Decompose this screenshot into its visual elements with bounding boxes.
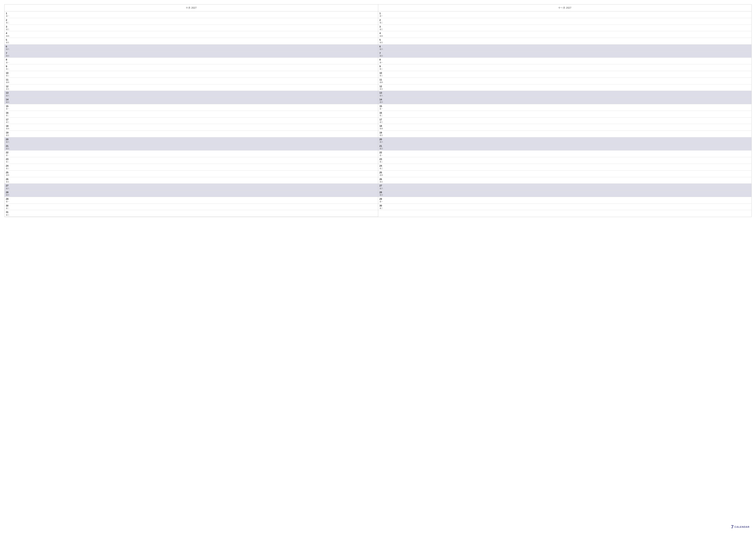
day-info: 22 週一 xyxy=(380,151,383,156)
day-row[interactable]: 25 週四 xyxy=(5,170,378,177)
day-row[interactable]: 23 週二 xyxy=(5,157,378,164)
day-row[interactable]: 21 週日 xyxy=(378,144,752,151)
day-row[interactable]: 31 週三 xyxy=(5,210,378,217)
day-row[interactable]: 29 週一 xyxy=(5,197,378,204)
day-row[interactable]: 22 週一 xyxy=(5,150,378,157)
day-row[interactable]: 25 週四 xyxy=(378,170,752,177)
day-name: 週日 xyxy=(6,148,10,150)
day-row[interactable]: 8 週一 xyxy=(5,58,378,64)
day-number: 18 xyxy=(380,125,383,127)
day-row[interactable]: 30 週二 xyxy=(5,204,378,210)
day-name: 週二 xyxy=(6,22,10,24)
day-row[interactable]: 28 週日 xyxy=(5,191,378,197)
day-row[interactable]: 4 週四 xyxy=(378,31,752,38)
day-row[interactable]: 7 週日 xyxy=(378,51,752,58)
day-info: 10 週三 xyxy=(6,72,10,77)
day-row[interactable]: 12 週五 xyxy=(5,85,378,91)
day-name: 週五 xyxy=(6,134,10,137)
day-number: 6 xyxy=(380,45,383,48)
day-number: 21 xyxy=(380,145,383,147)
day-number: 25 xyxy=(380,171,383,174)
day-row[interactable]: 9 週二 xyxy=(378,64,752,71)
day-row[interactable]: 3 週三 xyxy=(378,25,752,32)
day-info: 11 週四 xyxy=(6,78,10,84)
day-row[interactable]: 19 週五 xyxy=(378,131,752,138)
day-info: 29 週一 xyxy=(6,198,10,203)
day-info: 26 週五 xyxy=(6,178,10,183)
day-number: 16 xyxy=(380,112,383,114)
day-row[interactable]: 18 週四 xyxy=(378,124,752,131)
day-row[interactable]: 11 週四 xyxy=(378,78,752,85)
day-info: 17 週三 xyxy=(6,118,10,123)
day-info: 20 週六 xyxy=(6,138,10,143)
day-info: 15 週一 xyxy=(6,105,10,110)
day-row[interactable]: 4 週四 xyxy=(5,31,378,38)
day-row[interactable]: 24 週三 xyxy=(378,164,752,170)
day-row[interactable]: 10 週三 xyxy=(5,71,378,78)
day-row[interactable]: 23 週二 xyxy=(378,157,752,164)
day-number: 26 xyxy=(6,178,10,181)
day-row[interactable]: 21 週日 xyxy=(5,144,378,151)
day-row[interactable]: 11 週四 xyxy=(5,78,378,85)
day-row[interactable]: 18 週四 xyxy=(5,124,378,131)
day-info: 11 週四 xyxy=(380,78,383,84)
day-name: 週六 xyxy=(380,48,383,50)
day-number: 28 xyxy=(6,191,10,194)
day-row[interactable]: 15 週一 xyxy=(5,104,378,111)
day-row[interactable]: 5 週五 xyxy=(378,38,752,44)
day-info: 23 週二 xyxy=(380,158,383,163)
day-row[interactable]: 17 週三 xyxy=(378,117,752,124)
day-row[interactable]: 30 週二 xyxy=(378,204,752,210)
day-number: 25 xyxy=(6,171,10,174)
day-row[interactable]: 8 週一 xyxy=(378,58,752,64)
day-info: 5 週五 xyxy=(6,38,10,44)
calendar-container: 十月 2027 1 週一 2 週二 3 週三 4 週四 5 xyxy=(4,4,752,217)
day-name: 週四 xyxy=(6,174,10,176)
day-row[interactable]: 16 週二 xyxy=(5,111,378,117)
day-row[interactable]: 22 週一 xyxy=(378,150,752,157)
day-row[interactable]: 9 週二 xyxy=(5,64,378,71)
day-row[interactable]: 24 週三 xyxy=(5,164,378,170)
day-name: 週五 xyxy=(380,88,383,90)
day-row[interactable]: 6 週六 xyxy=(5,44,378,51)
day-row[interactable]: 1 週一 xyxy=(378,12,752,18)
day-row[interactable]: 2 週二 xyxy=(378,18,752,25)
day-number: 3 xyxy=(380,25,383,28)
day-row[interactable]: 3 週三 xyxy=(5,25,378,32)
day-row[interactable]: 16 週二 xyxy=(378,111,752,117)
day-number: 8 xyxy=(380,58,383,61)
day-name: 週六 xyxy=(6,188,10,190)
day-info: 2 週二 xyxy=(6,19,10,24)
day-row[interactable]: 5 週五 xyxy=(5,38,378,44)
day-row[interactable]: 26 週五 xyxy=(5,177,378,184)
day-row[interactable]: 13 週六 xyxy=(5,91,378,97)
day-row[interactable]: 27 週六 xyxy=(5,184,378,191)
day-info: 16 週二 xyxy=(380,112,383,117)
day-row[interactable]: 26 週五 xyxy=(378,177,752,184)
day-row[interactable]: 19 週五 xyxy=(5,131,378,138)
day-row[interactable]: 29 週一 xyxy=(378,197,752,204)
day-row[interactable]: 7 週日 xyxy=(5,51,378,58)
day-info: 1 週一 xyxy=(380,12,383,17)
day-row[interactable]: 1 週一 xyxy=(5,12,378,18)
day-info: 12 週五 xyxy=(6,85,10,90)
day-row[interactable]: 10 週三 xyxy=(378,71,752,78)
day-row[interactable]: 13 週六 xyxy=(378,91,752,97)
day-row[interactable]: 20 週六 xyxy=(378,138,752,144)
page: 十月 2027 1 週一 2 週二 3 週三 4 週四 5 xyxy=(0,0,756,534)
day-info: 24 週三 xyxy=(6,165,10,170)
day-row[interactable]: 14 週日 xyxy=(378,97,752,104)
day-row[interactable]: 27 週六 xyxy=(378,184,752,191)
day-row[interactable]: 28 週日 xyxy=(378,191,752,197)
month1-days: 1 週一 2 週二 3 週三 4 週四 5 週五 xyxy=(5,12,378,217)
day-number: 4 xyxy=(6,32,10,35)
day-row[interactable]: 20 週六 xyxy=(5,138,378,144)
day-name: 週四 xyxy=(380,35,383,37)
day-number: 1 xyxy=(380,12,383,15)
day-row[interactable]: 6 週六 xyxy=(378,44,752,51)
day-row[interactable]: 2 週二 xyxy=(5,18,378,25)
day-row[interactable]: 17 週三 xyxy=(5,117,378,124)
day-row[interactable]: 14 週日 xyxy=(5,97,378,104)
day-row[interactable]: 12 週五 xyxy=(378,85,752,91)
day-row[interactable]: 15 週一 xyxy=(378,104,752,111)
